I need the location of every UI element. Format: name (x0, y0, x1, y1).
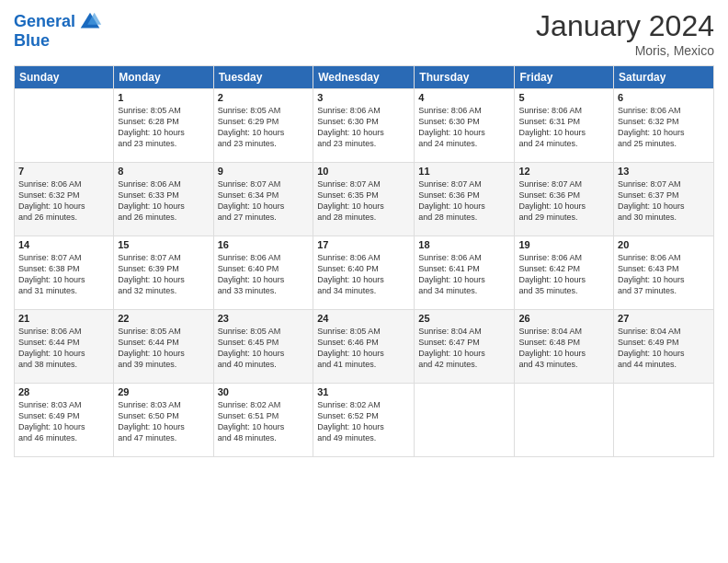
day-number: 27 (618, 313, 710, 324)
day-number: 26 (518, 313, 609, 324)
day-number: 9 (218, 166, 310, 177)
day-number: 16 (218, 239, 310, 250)
logo: General Blue (14, 9, 103, 51)
day-number: 17 (317, 239, 410, 250)
table-row: 20 Sunrise: 8:06 AMSunset: 6:43 PMDaylig… (614, 236, 714, 310)
col-thursday: Thursday (415, 66, 515, 89)
cell-info: Sunrise: 8:04 AMSunset: 6:48 PMDaylight:… (518, 326, 609, 371)
day-number: 10 (317, 166, 410, 177)
col-monday: Monday (114, 66, 213, 89)
cell-info: Sunrise: 8:07 AMSunset: 6:38 PMDaylight:… (18, 252, 109, 297)
calendar-table: Sunday Monday Tuesday Wednesday Thursday… (14, 65, 714, 457)
table-row: 10 Sunrise: 8:07 AMSunset: 6:35 PMDaylig… (313, 163, 415, 236)
cell-info: Sunrise: 8:06 AMSunset: 6:32 PMDaylight:… (618, 105, 710, 150)
table-row (515, 384, 614, 457)
day-number: 7 (18, 166, 109, 177)
table-row: 14 Sunrise: 8:07 AMSunset: 6:38 PMDaylig… (15, 236, 114, 310)
title-block: January 2024 Moris, Mexico (536, 9, 714, 58)
cell-info: Sunrise: 8:06 AMSunset: 6:30 PMDaylight:… (317, 105, 410, 150)
day-number: 25 (418, 313, 510, 324)
cell-info: Sunrise: 8:03 AMSunset: 6:50 PMDaylight:… (118, 399, 209, 444)
calendar-week-row: 14 Sunrise: 8:07 AMSunset: 6:38 PMDaylig… (15, 236, 714, 310)
day-number: 2 (218, 92, 310, 103)
cell-info: Sunrise: 8:04 AMSunset: 6:47 PMDaylight:… (418, 326, 510, 371)
cell-info: Sunrise: 8:07 AMSunset: 6:36 PMDaylight:… (518, 178, 609, 224)
table-row: 3 Sunrise: 8:06 AMSunset: 6:30 PMDayligh… (313, 89, 415, 163)
table-row: 12 Sunrise: 8:07 AMSunset: 6:36 PMDaylig… (515, 163, 614, 236)
table-row: 31 Sunrise: 8:02 AMSunset: 6:52 PMDaylig… (313, 384, 415, 457)
day-number: 30 (218, 386, 310, 397)
table-row: 11 Sunrise: 8:07 AMSunset: 6:36 PMDaylig… (415, 163, 515, 236)
cell-info: Sunrise: 8:05 AMSunset: 6:29 PMDaylight:… (218, 105, 310, 150)
table-row: 26 Sunrise: 8:04 AMSunset: 6:48 PMDaylig… (515, 310, 614, 384)
calendar-week-row: 1 Sunrise: 8:05 AMSunset: 6:28 PMDayligh… (15, 89, 714, 163)
table-row: 1 Sunrise: 8:05 AMSunset: 6:28 PMDayligh… (114, 89, 213, 163)
day-number: 15 (118, 239, 209, 250)
day-number: 11 (418, 166, 510, 177)
day-number: 14 (18, 239, 109, 250)
table-row: 29 Sunrise: 8:03 AMSunset: 6:50 PMDaylig… (114, 384, 213, 457)
cell-info: Sunrise: 8:04 AMSunset: 6:49 PMDaylight:… (618, 326, 710, 371)
day-number: 3 (317, 92, 410, 103)
day-number: 20 (618, 239, 710, 250)
day-number: 22 (118, 313, 209, 324)
cell-info: Sunrise: 8:07 AMSunset: 6:37 PMDaylight:… (618, 178, 710, 224)
cell-info: Sunrise: 8:07 AMSunset: 6:39 PMDaylight:… (118, 252, 209, 297)
table-row (614, 384, 714, 457)
day-number: 28 (18, 386, 109, 397)
cell-info: Sunrise: 8:05 AMSunset: 6:28 PMDaylight:… (118, 105, 209, 150)
cell-info: Sunrise: 8:06 AMSunset: 6:43 PMDaylight:… (618, 252, 710, 297)
table-row: 18 Sunrise: 8:06 AMSunset: 6:41 PMDaylig… (415, 236, 515, 310)
logo-text: General (14, 13, 75, 31)
cell-info: Sunrise: 8:05 AMSunset: 6:46 PMDaylight:… (317, 326, 410, 371)
table-row: 24 Sunrise: 8:05 AMSunset: 6:46 PMDaylig… (313, 310, 415, 384)
table-row: 19 Sunrise: 8:06 AMSunset: 6:42 PMDaylig… (515, 236, 614, 310)
calendar-week-row: 28 Sunrise: 8:03 AMSunset: 6:49 PMDaylig… (15, 384, 714, 457)
col-wednesday: Wednesday (313, 66, 415, 89)
header: General Blue January 2024 Moris, Mexico (14, 9, 714, 58)
cell-info: Sunrise: 8:07 AMSunset: 6:36 PMDaylight:… (418, 178, 510, 224)
cell-info: Sunrise: 8:06 AMSunset: 6:33 PMDaylight:… (118, 178, 209, 224)
table-row: 6 Sunrise: 8:06 AMSunset: 6:32 PMDayligh… (614, 89, 714, 163)
day-number: 6 (618, 92, 710, 103)
cell-info: Sunrise: 8:06 AMSunset: 6:40 PMDaylight:… (317, 252, 410, 297)
table-row: 16 Sunrise: 8:06 AMSunset: 6:40 PMDaylig… (213, 236, 313, 310)
day-number: 24 (317, 313, 410, 324)
cell-info: Sunrise: 8:06 AMSunset: 6:41 PMDaylight:… (418, 252, 510, 297)
table-row: 2 Sunrise: 8:05 AMSunset: 6:29 PMDayligh… (213, 89, 313, 163)
table-row: 17 Sunrise: 8:06 AMSunset: 6:40 PMDaylig… (313, 236, 415, 310)
day-number: 8 (118, 166, 209, 177)
logo-icon (77, 9, 103, 35)
table-row (415, 384, 515, 457)
page: General Blue January 2024 Moris, Mexico … (0, 0, 728, 563)
cell-info: Sunrise: 8:06 AMSunset: 6:31 PMDaylight:… (518, 105, 609, 150)
cell-info: Sunrise: 8:07 AMSunset: 6:35 PMDaylight:… (317, 178, 410, 224)
day-number: 19 (518, 239, 609, 250)
day-number: 18 (418, 239, 510, 250)
cell-info: Sunrise: 8:05 AMSunset: 6:45 PMDaylight:… (218, 326, 310, 371)
cell-info: Sunrise: 8:02 AMSunset: 6:51 PMDaylight:… (218, 399, 310, 444)
cell-info: Sunrise: 8:06 AMSunset: 6:30 PMDaylight:… (418, 105, 510, 150)
col-saturday: Saturday (614, 66, 714, 89)
day-number: 31 (317, 386, 410, 397)
table-row: 4 Sunrise: 8:06 AMSunset: 6:30 PMDayligh… (415, 89, 515, 163)
day-number: 4 (418, 92, 510, 103)
cell-info: Sunrise: 8:06 AMSunset: 6:32 PMDaylight:… (18, 178, 109, 224)
table-row: 8 Sunrise: 8:06 AMSunset: 6:33 PMDayligh… (114, 163, 213, 236)
table-row: 5 Sunrise: 8:06 AMSunset: 6:31 PMDayligh… (515, 89, 614, 163)
location: Moris, Mexico (536, 43, 714, 58)
col-tuesday: Tuesday (213, 66, 313, 89)
table-row: 30 Sunrise: 8:02 AMSunset: 6:51 PMDaylig… (213, 384, 313, 457)
month-year: January 2024 (536, 9, 714, 43)
cell-info: Sunrise: 8:02 AMSunset: 6:52 PMDaylight:… (317, 399, 410, 444)
table-row: 13 Sunrise: 8:07 AMSunset: 6:37 PMDaylig… (614, 163, 714, 236)
cell-info: Sunrise: 8:03 AMSunset: 6:49 PMDaylight:… (18, 399, 109, 444)
calendar-week-row: 21 Sunrise: 8:06 AMSunset: 6:44 PMDaylig… (15, 310, 714, 384)
cell-info: Sunrise: 8:06 AMSunset: 6:40 PMDaylight:… (218, 252, 310, 297)
cell-info: Sunrise: 8:06 AMSunset: 6:42 PMDaylight:… (518, 252, 609, 297)
day-number: 5 (518, 92, 609, 103)
table-row: 23 Sunrise: 8:05 AMSunset: 6:45 PMDaylig… (213, 310, 313, 384)
cell-info: Sunrise: 8:06 AMSunset: 6:44 PMDaylight:… (18, 326, 109, 371)
table-row: 25 Sunrise: 8:04 AMSunset: 6:47 PMDaylig… (415, 310, 515, 384)
table-row: 27 Sunrise: 8:04 AMSunset: 6:49 PMDaylig… (614, 310, 714, 384)
